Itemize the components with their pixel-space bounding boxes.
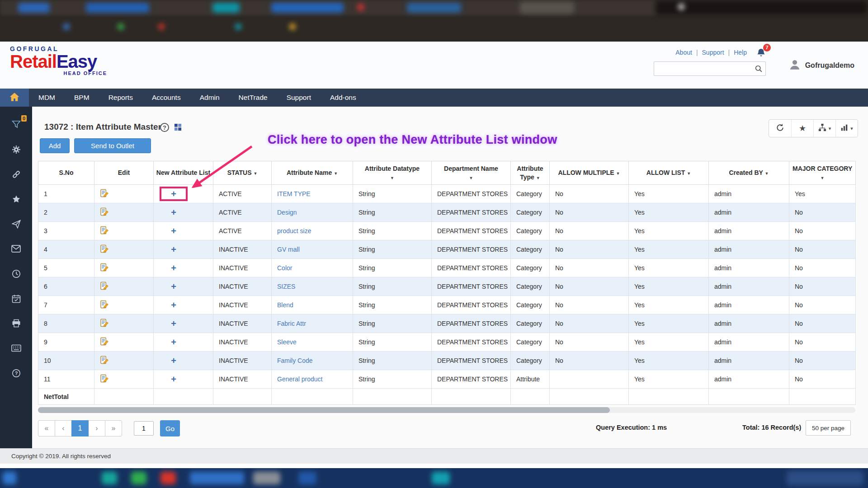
column-header-attribute-type[interactable]: Attribute Type ▼ [511, 161, 550, 185]
nettotal-cell [511, 389, 550, 405]
cell-attribute-datatype: String [353, 259, 432, 277]
nav-item-admin[interactable]: Admin [190, 89, 229, 107]
column-header-major-category[interactable]: MAJOR CATEGORY ▼ [789, 161, 856, 185]
refresh-button[interactable] [769, 120, 791, 137]
add-attribute-plus-icon[interactable]: + [171, 300, 176, 310]
attribute-name-link[interactable]: product size [277, 227, 311, 235]
column-header-department-name[interactable]: Department Name▼ [432, 161, 511, 185]
sidebar-item-link[interactable] [0, 163, 32, 188]
cell-attribute-datatype: String [353, 296, 432, 314]
sidebar-item-mail[interactable] [0, 237, 32, 262]
attribute-name-link[interactable]: GV mall [277, 246, 300, 253]
per-page-select[interactable]: 50 per page [806, 420, 851, 436]
favorite-button[interactable]: ★ [791, 120, 813, 137]
add-attribute-plus-icon[interactable]: + [171, 226, 176, 235]
add-attribute-plus-icon[interactable]: + [171, 208, 176, 217]
sidebar-item-filter[interactable]: 0 [0, 113, 32, 138]
grid-icon[interactable] [174, 123, 182, 133]
last-page-button[interactable]: » [105, 420, 122, 436]
cell-sno: 3 [38, 222, 94, 240]
sidebar-item-gear[interactable] [0, 138, 32, 163]
nav-item-home[interactable] [0, 89, 29, 107]
edit-icon[interactable] [100, 282, 108, 290]
search-icon[interactable] [755, 65, 763, 75]
add-attribute-plus-icon[interactable]: + [171, 189, 176, 198]
support-link[interactable]: Support [702, 49, 724, 56]
prev-page-button[interactable]: ‹ [55, 420, 72, 436]
add-attribute-plus-icon[interactable]: + [171, 375, 176, 384]
home-icon [9, 92, 20, 103]
first-page-button[interactable]: « [38, 420, 55, 436]
add-attribute-plus-icon[interactable]: + [171, 282, 176, 291]
next-page-button[interactable]: › [88, 420, 105, 436]
sidebar-item-help[interactable]: ? [0, 361, 32, 386]
search-input[interactable] [654, 61, 766, 76]
add-button[interactable]: Add [40, 138, 70, 153]
attribute-name-link[interactable]: Design [277, 209, 297, 216]
add-attribute-plus-icon[interactable]: + [171, 245, 176, 254]
attribute-name-link[interactable]: Fabric Attr [277, 320, 306, 327]
send-to-outlet-button[interactable]: Send to Outlet [74, 138, 151, 153]
page-help-icon[interactable]: ? [160, 123, 169, 132]
column-header-allow-multiple[interactable]: ALLOW MULTIPLE ▼ [550, 161, 629, 185]
edit-icon[interactable] [100, 263, 108, 272]
nav-item-add-ons[interactable]: Add-ons [321, 89, 366, 107]
notification-bell-icon[interactable]: 7 [756, 48, 766, 57]
attribute-name-link[interactable]: SIZES [277, 283, 295, 290]
cell-allow-list: Yes [629, 259, 709, 277]
nav-item-accounts[interactable]: Accounts [142, 89, 190, 107]
table-row: 3+ACTIVEproduct sizeStringDEPARTMENT STO… [38, 222, 856, 240]
sidebar-item-keyboard[interactable] [0, 337, 32, 361]
edit-icon[interactable] [100, 319, 108, 327]
user-menu[interactable]: Gofrugaldemo [788, 58, 854, 73]
go-button[interactable]: Go [160, 420, 180, 436]
about-link[interactable]: About [675, 49, 692, 56]
column-header-attribute-name[interactable]: Attribute Name ▼ [272, 161, 353, 185]
add-attribute-plus-icon[interactable]: + [171, 319, 176, 328]
sitemap-button[interactable]: ▾ [813, 120, 835, 137]
add-attribute-plus-icon[interactable]: + [171, 338, 176, 347]
edit-icon[interactable] [100, 337, 108, 346]
column-header-created-by[interactable]: Created BY ▼ [709, 161, 789, 185]
nav-item-bpm[interactable]: BPM [65, 89, 99, 107]
sidebar-item-send[interactable] [0, 212, 32, 237]
edit-icon[interactable] [100, 356, 108, 364]
sidebar-item-star[interactable] [0, 188, 32, 212]
nav-item-mdm[interactable]: MDM [29, 89, 65, 107]
nav-item-nettrade[interactable]: NetTrade [229, 89, 277, 107]
edit-icon[interactable] [100, 300, 108, 309]
calendar-icon [12, 294, 21, 305]
sidebar-item-calendar[interactable] [0, 287, 32, 312]
edit-icon[interactable] [100, 244, 108, 253]
edit-icon[interactable] [100, 207, 108, 216]
attribute-name-link[interactable]: Blend [277, 301, 293, 309]
attribute-name-link[interactable]: General product [277, 375, 322, 383]
column-header-attribute-datatype[interactable]: Attribute Datatype▼ [353, 161, 432, 185]
add-attribute-plus-icon[interactable]: + [171, 356, 176, 365]
sidebar-item-clock[interactable] [0, 262, 32, 287]
edit-icon[interactable] [100, 189, 108, 197]
page-1-button[interactable]: 1 [71, 420, 89, 436]
blur-blob [271, 3, 344, 13]
attribute-name-link[interactable]: Family Code [277, 357, 313, 364]
cell-major-category: No [789, 333, 856, 352]
column-header-status[interactable]: STATUS ▼ [213, 161, 272, 185]
help-link[interactable]: Help [734, 49, 747, 56]
sidebar-item-print[interactable] [0, 312, 32, 337]
add-attribute-plus-icon[interactable]: + [171, 263, 176, 272]
cell-major-category: No [789, 352, 856, 370]
cell-attribute-type: Category [511, 314, 550, 333]
edit-icon[interactable] [100, 226, 108, 235]
column-header-allow-list[interactable]: ALLOW LIST ▼ [629, 161, 709, 185]
horizontal-scrollbar[interactable] [38, 407, 855, 413]
chart-button[interactable]: ▾ [835, 120, 858, 137]
attribute-name-link[interactable]: ITEM TYPE [277, 190, 311, 197]
nav-item-reports[interactable]: Reports [99, 89, 142, 107]
page-number-input[interactable] [134, 421, 154, 436]
edit-icon[interactable] [100, 374, 108, 383]
attribute-name-link[interactable]: Color [277, 264, 292, 272]
nettotal-cell [353, 389, 432, 405]
nav-item-support[interactable]: Support [277, 89, 321, 107]
scrollbar-thumb[interactable] [38, 407, 610, 413]
attribute-name-link[interactable]: Sleeve [277, 338, 297, 346]
